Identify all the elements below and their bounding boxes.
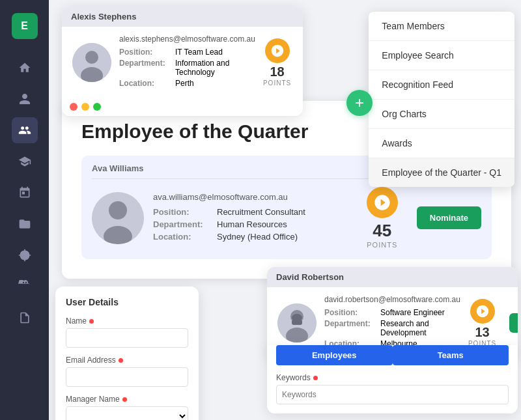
alexis-dept-row: Department: Information and Technology — [119, 59, 255, 77]
ava-dept-row: Department: Human Resources — [153, 219, 358, 229]
dropdown-item-awards[interactable]: Awards — [369, 129, 514, 158]
alexis-card: Alexis Stephens alexis.stephens@elmosoft… — [62, 7, 303, 116]
email-required-dot — [119, 358, 123, 363]
sidebar-item-team[interactable] — [12, 117, 38, 143]
alexis-avatar — [72, 43, 111, 82]
alexis-position-label: Position: — [119, 48, 171, 57]
alexis-position-value: IT Team Lead — [175, 48, 223, 57]
tab-row: Employees Teams — [276, 345, 509, 365]
name-input[interactable] — [66, 328, 188, 348]
david-nominate-button[interactable]: Nominate — [509, 313, 518, 333]
david-position-row: Position: Software Engineer — [324, 308, 460, 317]
dropdown-menu: Team Members Employee Search Recognition… — [369, 12, 514, 187]
tab-employees[interactable]: Employees — [276, 345, 393, 365]
alexis-body: alexis.stephens@elmosoftware.com.au Posi… — [62, 27, 303, 98]
name-required-dot — [89, 319, 94, 324]
svg-rect-10 — [292, 320, 302, 325]
keywords-input[interactable] — [276, 385, 509, 404]
david-card: David Robertson david.robertson@elmosoft… — [267, 267, 518, 358]
alexis-dept-value: Information and Technology — [175, 59, 255, 77]
name-label: Name — [66, 316, 188, 326]
sidebar-item-document[interactable] — [12, 305, 38, 331]
email-input[interactable] — [66, 367, 188, 387]
main-content: Employee of the Quarter Ava Williams ava… — [49, 0, 521, 420]
sidebar-item-folder[interactable] — [12, 211, 38, 237]
sidebar: E — [0, 0, 49, 420]
email-label: Email Address — [66, 356, 188, 365]
david-dept-value: Research and Development — [380, 319, 460, 337]
alexis-dept-label: Department: — [119, 59, 171, 77]
sidebar-item-work[interactable] — [12, 273, 38, 300]
keywords-required-dot — [313, 376, 318, 380]
david-dept-label: Department: — [324, 319, 376, 337]
tab-teams[interactable]: Teams — [393, 345, 509, 365]
ava-points-section: 45 POINTS — [367, 187, 398, 249]
ava-points-icon — [367, 187, 398, 218]
sidebar-item-home[interactable] — [12, 55, 38, 81]
ava-info: ava.williams@elmosoftware.com.au Positio… — [153, 192, 358, 244]
name-field: Name — [66, 316, 188, 348]
manager-field: Manager Name — [66, 395, 188, 420]
david-header: David Robertson — [267, 267, 518, 287]
sidebar-item-profile[interactable] — [12, 86, 38, 112]
ava-dept-label: Department: — [153, 219, 212, 229]
alexis-points-label: POINTS — [263, 79, 291, 87]
user-details-card: User Details Name Email Address Manager … — [55, 287, 199, 420]
david-position-label: Position: — [324, 308, 376, 317]
ava-dept-value: Human Resources — [217, 219, 287, 229]
svg-point-4 — [85, 51, 98, 64]
david-points-icon — [470, 299, 495, 324]
david-avatar — [277, 303, 317, 343]
form-title: User Details — [66, 297, 188, 307]
alexis-points-section: 18 POINTS — [263, 38, 291, 87]
alexis-points-number: 18 — [270, 64, 284, 79]
manager-label: Manager Name — [66, 395, 188, 404]
ava-points-label: POINTS — [367, 241, 397, 249]
sidebar-item-settings[interactable] — [12, 242, 38, 268]
ava-location-row: Location: Sydney (Head Office) — [153, 232, 358, 242]
svg-point-1 — [109, 201, 127, 219]
ava-profile-row: ava.williams@elmosoftware.com.au Positio… — [92, 187, 481, 249]
dot-yellow — [81, 103, 89, 111]
ava-position-value: Recruitment Consultant — [217, 207, 305, 217]
dropdown-item-eoq[interactable]: Employee of the Quarter - Q1 — [369, 158, 514, 187]
sidebar-item-education[interactable] — [12, 148, 38, 175]
alexis-location-label: Location: — [119, 79, 171, 88]
ava-avatar — [92, 192, 144, 244]
david-points-number: 13 — [475, 325, 489, 340]
ava-location-value: Sydney (Head Office) — [217, 232, 298, 242]
alexis-points-icon — [265, 38, 290, 63]
david-email: david.robertson@elmosoftware.com.au — [324, 295, 460, 304]
ava-nominate-button[interactable]: Nominate — [417, 206, 481, 229]
david-position-value: Software Engineer — [380, 308, 445, 317]
alexis-email: alexis.stephens@elmosoftware.com.au — [119, 35, 255, 44]
ava-email: ava.williams@elmosoftware.com.au — [153, 192, 358, 202]
alexis-info: alexis.stephens@elmosoftware.com.au Posi… — [119, 35, 255, 90]
david-info: david.robertson@elmosoftware.com.au Posi… — [324, 295, 460, 350]
alexis-location-value: Perth — [175, 79, 194, 88]
ava-position-label: Position: — [153, 207, 212, 217]
ava-location-label: Location: — [153, 232, 212, 242]
alexis-header: Alexis Stephens — [62, 7, 303, 27]
sidebar-logo: E — [12, 13, 38, 39]
dropdown-item-org-charts[interactable]: Org Charts — [369, 100, 514, 129]
alexis-location-row: Location: Perth — [119, 79, 255, 88]
manager-required-dot — [122, 397, 127, 402]
email-field: Email Address — [66, 356, 188, 387]
david-points-section: 13 POINTS — [468, 299, 496, 347]
window-dots — [62, 98, 303, 116]
fab-button[interactable]: + — [346, 90, 373, 116]
keywords-label: Keywords — [276, 373, 509, 382]
manager-select[interactable] — [66, 406, 188, 420]
dot-green — [93, 103, 101, 111]
dot-red — [70, 103, 77, 111]
dropdown-item-employee-search[interactable]: Employee Search — [369, 41, 514, 70]
search-card: Employees Teams Keywords — [267, 345, 518, 413]
dropdown-item-team-members[interactable]: Team Members — [369, 12, 514, 41]
alexis-position-row: Position: IT Team Lead — [119, 48, 255, 57]
sidebar-item-calendar[interactable] — [12, 180, 38, 206]
ava-points-number: 45 — [373, 221, 391, 241]
dropdown-item-recognition-feed[interactable]: Recognition Feed — [369, 70, 514, 100]
ava-position-row: Position: Recruitment Consultant — [153, 207, 358, 217]
david-dept-row: Department: Research and Development — [324, 319, 460, 337]
